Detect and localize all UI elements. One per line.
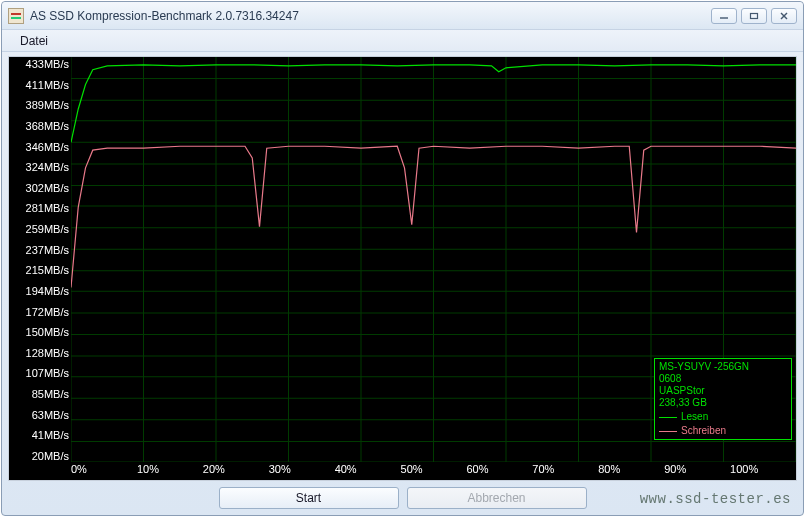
legend-write-row: Schreiben xyxy=(659,425,787,437)
y-tick: 237MB/s xyxy=(11,245,69,256)
legend-driver: UASPStor xyxy=(659,385,787,397)
y-tick: 20MB/s xyxy=(11,451,69,462)
y-tick: 259MB/s xyxy=(11,224,69,235)
y-tick: 172MB/s xyxy=(11,307,69,318)
y-tick: 63MB/s xyxy=(11,410,69,421)
chart-plot: MS-YSUYV -256GN 0608 UASPStor 238,33 GB … xyxy=(71,57,796,462)
legend-firmware: 0608 xyxy=(659,373,787,385)
legend-size: 238,33 GB xyxy=(659,397,787,409)
minimize-button[interactable] xyxy=(711,8,737,24)
svg-rect-1 xyxy=(751,13,758,18)
start-button[interactable]: Start xyxy=(219,487,399,509)
menubar: Datei xyxy=(2,30,803,52)
y-tick: 150MB/s xyxy=(11,327,69,338)
close-button[interactable] xyxy=(771,8,797,24)
y-tick: 411MB/s xyxy=(11,80,69,91)
legend-box: MS-YSUYV -256GN 0608 UASPStor 238,33 GB … xyxy=(654,358,792,440)
client-area: 433MB/s411MB/s389MB/s368MB/s346MB/s324MB… xyxy=(8,56,797,481)
y-tick: 41MB/s xyxy=(11,430,69,441)
button-row: Start Abbrechen xyxy=(8,485,797,511)
x-tick: 50% xyxy=(401,462,467,480)
y-tick: 128MB/s xyxy=(11,348,69,359)
x-tick: 60% xyxy=(466,462,532,480)
x-tick: 10% xyxy=(137,462,203,480)
y-tick: 346MB/s xyxy=(11,142,69,153)
legend-write-swatch xyxy=(659,431,677,432)
titlebar[interactable]: AS SSD Kompression-Benchmark 2.0.7316.34… xyxy=(2,2,803,30)
y-axis: 433MB/s411MB/s389MB/s368MB/s346MB/s324MB… xyxy=(9,57,71,462)
y-tick: 107MB/s xyxy=(11,368,69,379)
y-tick: 215MB/s xyxy=(11,265,69,276)
app-window: AS SSD Kompression-Benchmark 2.0.7316.34… xyxy=(1,1,804,516)
x-tick: 90% xyxy=(664,462,730,480)
window-controls xyxy=(711,8,797,24)
menu-datei[interactable]: Datei xyxy=(12,32,56,50)
y-tick: 389MB/s xyxy=(11,100,69,111)
x-tick: 70% xyxy=(532,462,598,480)
x-tick: 30% xyxy=(269,462,335,480)
y-tick: 324MB/s xyxy=(11,162,69,173)
y-tick: 302MB/s xyxy=(11,183,69,194)
x-tick: 40% xyxy=(335,462,401,480)
window-title: AS SSD Kompression-Benchmark 2.0.7316.34… xyxy=(30,9,299,23)
y-tick: 368MB/s xyxy=(11,121,69,132)
x-tick: 0% xyxy=(71,462,137,480)
x-tick: 100% xyxy=(730,462,796,480)
legend-read-label: Lesen xyxy=(681,411,708,423)
cancel-button: Abbrechen xyxy=(407,487,587,509)
y-tick: 85MB/s xyxy=(11,389,69,400)
legend-read-row: Lesen xyxy=(659,411,787,423)
x-tick: 80% xyxy=(598,462,664,480)
legend-read-swatch xyxy=(659,417,677,418)
x-axis: 0%10%20%30%40%50%60%70%80%90%100% xyxy=(71,462,796,480)
y-tick: 194MB/s xyxy=(11,286,69,297)
y-tick: 281MB/s xyxy=(11,203,69,214)
legend-device: MS-YSUYV -256GN xyxy=(659,361,787,373)
y-tick: 433MB/s xyxy=(11,59,69,70)
chart-area: 433MB/s411MB/s389MB/s368MB/s346MB/s324MB… xyxy=(9,57,796,480)
maximize-button[interactable] xyxy=(741,8,767,24)
x-tick: 20% xyxy=(203,462,269,480)
legend-write-label: Schreiben xyxy=(681,425,726,437)
app-icon xyxy=(8,8,24,24)
